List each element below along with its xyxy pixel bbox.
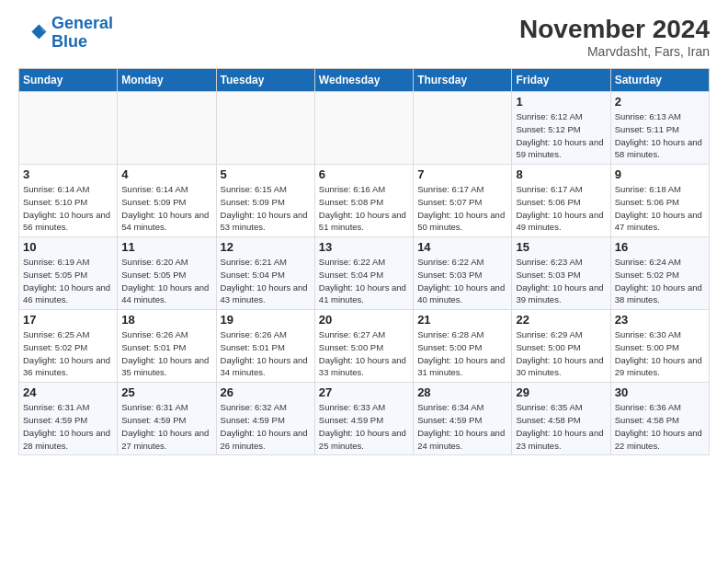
day-number: 21: [417, 313, 507, 327]
day-info: Sunrise: 6:35 AM Sunset: 4:58 PM Dayligh…: [516, 401, 606, 452]
location-subtitle: Marvdasht, Fars, Iran: [519, 44, 710, 59]
day-info: Sunrise: 6:34 AM Sunset: 4:59 PM Dayligh…: [417, 401, 507, 452]
day-info: Sunrise: 6:13 AM Sunset: 5:11 PM Dayligh…: [615, 110, 705, 161]
day-number: 1: [516, 95, 606, 109]
day-info: Sunrise: 6:36 AM Sunset: 4:58 PM Dayligh…: [615, 401, 705, 452]
day-info: Sunrise: 6:30 AM Sunset: 5:00 PM Dayligh…: [615, 328, 705, 379]
day-number: 9: [615, 167, 705, 181]
weekday-header-cell: Sunday: [19, 69, 118, 92]
day-info: Sunrise: 6:18 AM Sunset: 5:06 PM Dayligh…: [615, 183, 705, 234]
calendar-day-cell: 15Sunrise: 6:23 AM Sunset: 5:03 PM Dayli…: [512, 237, 610, 310]
day-number: 4: [121, 167, 211, 181]
calendar-day-cell: 1Sunrise: 6:12 AM Sunset: 5:12 PM Daylig…: [512, 92, 610, 165]
weekday-header-cell: Saturday: [610, 69, 709, 92]
day-number: 8: [516, 167, 606, 181]
day-info: Sunrise: 6:32 AM Sunset: 4:59 PM Dayligh…: [221, 401, 311, 452]
day-number: 19: [221, 313, 311, 327]
day-info: Sunrise: 6:12 AM Sunset: 5:12 PM Dayligh…: [516, 110, 606, 161]
day-number: 14: [417, 240, 507, 254]
calendar-day-cell: 5Sunrise: 6:15 AM Sunset: 5:09 PM Daylig…: [216, 165, 314, 237]
day-info: Sunrise: 6:23 AM Sunset: 5:03 PM Dayligh…: [516, 256, 606, 306]
day-number: 3: [23, 167, 113, 181]
weekday-header-cell: Thursday: [414, 69, 512, 92]
day-info: Sunrise: 6:24 AM Sunset: 5:02 PM Dayligh…: [615, 256, 705, 306]
day-number: 22: [516, 313, 606, 327]
calendar-day-cell: 24Sunrise: 6:31 AM Sunset: 4:59 PM Dayli…: [19, 383, 118, 455]
logo-text: General Blue: [51, 15, 113, 52]
day-info: Sunrise: 6:31 AM Sunset: 4:59 PM Dayligh…: [121, 401, 211, 452]
day-info: Sunrise: 6:21 AM Sunset: 5:04 PM Dayligh…: [221, 256, 311, 306]
calendar-week-row: 1Sunrise: 6:12 AM Sunset: 5:12 PM Daylig…: [19, 92, 710, 165]
calendar-day-cell: 23Sunrise: 6:30 AM Sunset: 5:00 PM Dayli…: [610, 310, 709, 383]
page: General Blue November 2024 Marvdasht, Fa…: [0, 0, 728, 465]
calendar-day-cell: [19, 92, 118, 165]
calendar-day-cell: 16Sunrise: 6:24 AM Sunset: 5:02 PM Dayli…: [610, 237, 709, 310]
calendar-day-cell: 11Sunrise: 6:20 AM Sunset: 5:05 PM Dayli…: [118, 237, 216, 310]
calendar-day-cell: 30Sunrise: 6:36 AM Sunset: 4:58 PM Dayli…: [610, 383, 709, 455]
day-info: Sunrise: 6:26 AM Sunset: 5:01 PM Dayligh…: [121, 328, 211, 379]
calendar-day-cell: 7Sunrise: 6:17 AM Sunset: 5:07 PM Daylig…: [414, 165, 512, 237]
day-number: 24: [23, 385, 113, 399]
calendar-day-cell: 10Sunrise: 6:19 AM Sunset: 5:05 PM Dayli…: [19, 237, 118, 310]
day-number: 13: [319, 240, 409, 254]
calendar-day-cell: 12Sunrise: 6:21 AM Sunset: 5:04 PM Dayli…: [216, 237, 314, 310]
calendar-day-cell: 21Sunrise: 6:28 AM Sunset: 5:00 PM Dayli…: [414, 310, 512, 383]
day-info: Sunrise: 6:27 AM Sunset: 5:00 PM Dayligh…: [319, 328, 409, 379]
day-number: 12: [221, 240, 311, 254]
day-info: Sunrise: 6:19 AM Sunset: 5:05 PM Dayligh…: [23, 256, 113, 306]
calendar-day-cell: 29Sunrise: 6:35 AM Sunset: 4:58 PM Dayli…: [512, 383, 610, 455]
title-block: November 2024 Marvdasht, Fars, Iran: [519, 15, 710, 59]
weekday-header-cell: Wednesday: [314, 69, 413, 92]
calendar-day-cell: [414, 92, 512, 165]
month-title: November 2024: [519, 15, 710, 44]
calendar-week-row: 3Sunrise: 6:14 AM Sunset: 5:10 PM Daylig…: [19, 165, 710, 237]
day-number: 16: [615, 240, 705, 254]
weekday-header-cell: Friday: [512, 69, 610, 92]
calendar-body: 1Sunrise: 6:12 AM Sunset: 5:12 PM Daylig…: [19, 92, 710, 455]
calendar-day-cell: 17Sunrise: 6:25 AM Sunset: 5:02 PM Dayli…: [19, 310, 118, 383]
day-number: 27: [319, 385, 409, 399]
day-info: Sunrise: 6:25 AM Sunset: 5:02 PM Dayligh…: [23, 328, 113, 379]
calendar-day-cell: [216, 92, 314, 165]
day-number: 18: [121, 313, 211, 327]
calendar-day-cell: [118, 92, 216, 165]
logo-line1: General: [51, 14, 113, 32]
calendar-day-cell: 19Sunrise: 6:26 AM Sunset: 5:01 PM Dayli…: [216, 310, 314, 383]
calendar-day-cell: 14Sunrise: 6:22 AM Sunset: 5:03 PM Dayli…: [414, 237, 512, 310]
calendar-week-row: 24Sunrise: 6:31 AM Sunset: 4:59 PM Dayli…: [19, 383, 710, 455]
day-number: 25: [121, 385, 211, 399]
calendar-day-cell: 13Sunrise: 6:22 AM Sunset: 5:04 PM Dayli…: [314, 237, 413, 310]
calendar-day-cell: 3Sunrise: 6:14 AM Sunset: 5:10 PM Daylig…: [19, 165, 118, 237]
day-number: 28: [417, 385, 507, 399]
day-info: Sunrise: 6:22 AM Sunset: 5:04 PM Dayligh…: [319, 256, 409, 306]
calendar-day-cell: 27Sunrise: 6:33 AM Sunset: 4:59 PM Dayli…: [314, 383, 413, 455]
calendar-week-row: 17Sunrise: 6:25 AM Sunset: 5:02 PM Dayli…: [19, 310, 710, 383]
day-info: Sunrise: 6:14 AM Sunset: 5:09 PM Dayligh…: [121, 183, 211, 234]
day-info: Sunrise: 6:26 AM Sunset: 5:01 PM Dayligh…: [221, 328, 311, 379]
svg-marker-0: [31, 24, 46, 39]
calendar-day-cell: 6Sunrise: 6:16 AM Sunset: 5:08 PM Daylig…: [314, 165, 413, 237]
day-number: 10: [23, 240, 113, 254]
day-info: Sunrise: 6:16 AM Sunset: 5:08 PM Dayligh…: [319, 183, 409, 234]
day-number: 29: [516, 385, 606, 399]
day-info: Sunrise: 6:14 AM Sunset: 5:10 PM Dayligh…: [23, 183, 113, 234]
day-number: 20: [319, 313, 409, 327]
day-info: Sunrise: 6:17 AM Sunset: 5:06 PM Dayligh…: [516, 183, 606, 234]
day-info: Sunrise: 6:28 AM Sunset: 5:00 PM Dayligh…: [417, 328, 507, 379]
calendar-day-cell: 26Sunrise: 6:32 AM Sunset: 4:59 PM Dayli…: [216, 383, 314, 455]
logo-icon: [18, 18, 48, 48]
logo: General Blue: [18, 15, 113, 52]
day-number: 7: [417, 167, 507, 181]
day-number: 2: [615, 95, 705, 109]
weekday-header-cell: Tuesday: [216, 69, 314, 92]
day-info: Sunrise: 6:29 AM Sunset: 5:00 PM Dayligh…: [516, 328, 606, 379]
calendar-table: SundayMondayTuesdayWednesdayThursdayFrid…: [18, 68, 710, 455]
day-number: 15: [516, 240, 606, 254]
weekday-header-row: SundayMondayTuesdayWednesdayThursdayFrid…: [19, 69, 710, 92]
calendar-day-cell: 25Sunrise: 6:31 AM Sunset: 4:59 PM Dayli…: [118, 383, 216, 455]
day-number: 23: [615, 313, 705, 327]
day-info: Sunrise: 6:33 AM Sunset: 4:59 PM Dayligh…: [319, 401, 409, 452]
day-number: 26: [221, 385, 311, 399]
calendar-day-cell: 8Sunrise: 6:17 AM Sunset: 5:06 PM Daylig…: [512, 165, 610, 237]
calendar-day-cell: 20Sunrise: 6:27 AM Sunset: 5:00 PM Dayli…: [314, 310, 413, 383]
